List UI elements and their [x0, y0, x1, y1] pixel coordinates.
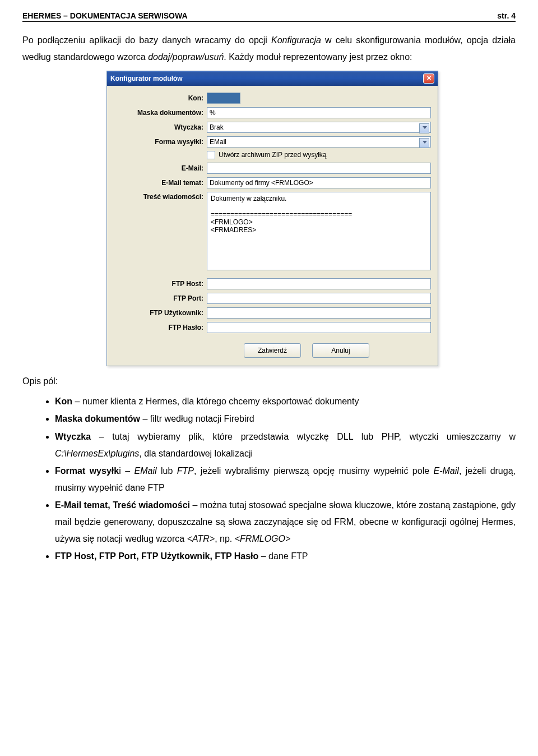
- label-email: E-Mail:: [114, 164, 207, 172]
- textarea-tresc[interactable]: Dokumenty w załączniku. ================…: [207, 192, 431, 270]
- label-maska: Maska dokumentów:: [114, 109, 207, 117]
- list-item: Kon – numer klienta z Hermes, dla któreg…: [55, 393, 516, 410]
- label-tresc: Treść wiadomości:: [114, 192, 207, 201]
- ok-button[interactable]: Zatwierdź: [244, 343, 301, 358]
- label-ftpuser: FTP Użytkownik:: [114, 309, 207, 317]
- list-item: Wtyczka – tutaj wybieramy plik, które pr…: [55, 428, 516, 462]
- chevron-down-icon: [423, 126, 427, 129]
- label-ftpport: FTP Port:: [114, 294, 207, 302]
- list-item: Maska dokumentów – filtr według notacji …: [55, 411, 516, 427]
- page-header: EHERMES – DOKUMENTACJA SERWISOWA str. 4: [22, 11, 516, 22]
- header-right: str. 4: [497, 11, 516, 20]
- input-ftphost[interactable]: [207, 278, 431, 289]
- titlebar: Konfigurator modułów ✕: [107, 71, 438, 86]
- list-item: Format wysyłki – EMail lub FTP, jeżeli w…: [55, 463, 516, 496]
- window-title: Konfigurator modułów: [110, 75, 183, 82]
- label-forma: Forma wysyłki:: [114, 138, 207, 146]
- input-email[interactable]: [207, 163, 431, 174]
- config-window: Konfigurator modułów ✕ Kon: Maska dokume…: [106, 71, 438, 366]
- input-ftppass[interactable]: [207, 322, 431, 333]
- intro-paragraph: Po podłączeniu aplikacji do bazy danych …: [22, 32, 516, 66]
- input-maska[interactable]: %: [207, 107, 431, 118]
- header-left: EHERMES – DOKUMENTACJA SERWISOWA: [22, 11, 188, 20]
- close-icon[interactable]: ✕: [423, 73, 434, 84]
- label-wtyczka: Wtyczka:: [114, 123, 207, 131]
- label-zip: Utwórz archiwum ZIP przed wysyłką: [219, 151, 327, 159]
- opis-heading: Opis pól:: [22, 376, 516, 386]
- chevron-down-icon: [423, 141, 427, 144]
- label-ftppass: FTP Hasło:: [114, 324, 207, 331]
- label-kon: Kon:: [114, 94, 207, 102]
- list-item: FTP Host, FTP Port, FTP Użytkownik, FTP …: [55, 548, 516, 565]
- select-forma[interactable]: EMail: [207, 136, 431, 147]
- input-temat[interactable]: Dokumenty od firmy <FRMLOGO>: [207, 177, 431, 188]
- cancel-button[interactable]: Anuluj: [312, 343, 369, 358]
- input-ftpport[interactable]: [207, 293, 431, 304]
- opis-list: Kon – numer klienta z Hermes, dla któreg…: [22, 393, 516, 565]
- list-item: E-Mail temat, Treść wiadomości – można t…: [55, 497, 516, 547]
- form-body: Kon: Maska dokumentów: % Wtyczka: Brak F…: [107, 86, 438, 366]
- label-temat: E-Mail temat:: [114, 179, 207, 187]
- input-ftpuser[interactable]: [207, 307, 431, 319]
- select-wtyczka[interactable]: Brak: [207, 122, 431, 133]
- input-kon[interactable]: [207, 93, 240, 104]
- label-ftphost: FTP Host:: [114, 280, 207, 288]
- checkbox-zip[interactable]: [207, 151, 215, 159]
